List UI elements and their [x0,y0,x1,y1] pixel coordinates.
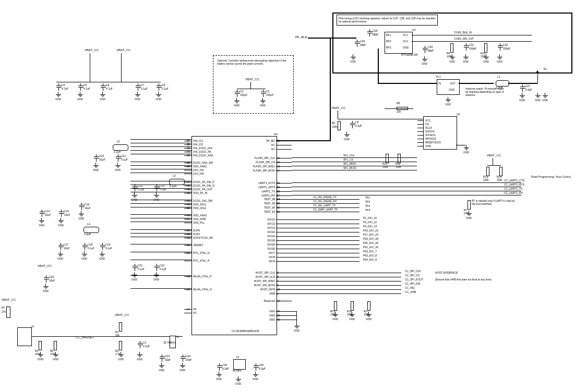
gnd-icon [58,251,63,255]
gnd-label: GND [159,369,164,372]
net-vbat: VBAT_CC [116,48,130,52]
note-antenna: Antenna match, Pi network might be requi… [465,87,507,96]
c10 [94,154,99,162]
net-vbat: VBAT_CC [487,154,501,157]
cap-val: 10µF [85,207,91,210]
gnd-label: GND [118,358,124,361]
c1 [138,341,143,348]
gnd-icon [100,92,105,96]
gnd-label: GND [535,99,541,102]
gnd-label: GND [53,358,58,361]
gnd-label: GND [445,103,451,106]
cap-ref: C3 [266,90,269,93]
r1 [119,322,122,332]
net-vbat: VBAT_CC [245,78,259,81]
gnd-label: GND [38,358,43,361]
gnd-label: GND [422,63,427,65]
r8-ref: R8 [397,102,400,105]
gnd-icon [294,323,300,327]
c24 [181,354,186,362]
cap-val: 10pF [186,359,191,361]
c17 [58,243,64,250]
c11 [116,154,121,162]
gnd-icon [463,54,469,58]
cap-ref: C19 [105,243,110,246]
r9 [450,43,453,53]
c27-ref: C27 [525,85,530,88]
c22 [154,264,160,271]
c27 [520,84,525,92]
c19 [100,243,105,250]
cap-val: 6.2pF [222,368,229,370]
y2 [233,359,246,370]
gnd-icon [39,218,44,222]
gnd-label: GND [253,378,258,381]
gnd-label: GND [153,278,159,281]
gnd-icon [260,98,266,102]
cap-val: 4.7µF [83,88,90,90]
c28 [367,29,373,36]
cap-val: 100pF [503,47,510,50]
gnd-label: GND [135,98,140,101]
y2-ref: Y2 [236,356,239,359]
cap-ref: C29 [360,40,365,43]
gnd-label: GND [519,99,525,102]
schematic-page: VBAT_CC VBAT_CC C44.7µFGNDC54.7µFGNDC64.… [0,0,587,392]
net-vbat: VBAT_CC [2,298,16,301]
gnd-label: GND [344,138,350,141]
gnd-label: GND [449,60,455,63]
cap-ref: C2 [240,90,243,93]
y1-ref: Y1 [176,336,179,338]
u3-gnd: GND [403,46,409,49]
gnd-icon [93,163,99,167]
u1-part: CC3130RNMRGKR [232,329,259,333]
gnd-icon [234,98,239,102]
r13-val: 100k [483,179,489,181]
fl1-ref: FL1 [436,76,441,78]
gnd-icon [58,218,64,222]
gnd-icon [350,312,355,316]
c5 [78,83,83,91]
gnd-icon [366,312,372,316]
c13 [154,184,160,191]
gnd-label: GND [463,60,469,63]
note-tuning: Fine tuning of DC blocking capacitor val… [337,15,438,26]
cap-ref: C31 [469,44,474,46]
gnd-label: GND [155,98,161,101]
fl1-gnd: GND [449,88,454,91]
net-vbat: VBAT_CC [85,48,99,52]
cap-val: 100µF [266,94,273,96]
cap-ref: C20 [49,276,54,278]
gnd-label: GND [81,258,87,260]
c18 [82,243,88,250]
gnd-icon [53,352,58,356]
gnd-icon [115,163,121,167]
cap-ref: C32 [503,44,508,46]
gnd-label: GND [58,224,64,227]
gnd-icon [100,251,105,255]
cap-val: 0.1µF [105,247,112,250]
gnd-icon [450,54,455,58]
r8-val: 10k [397,111,401,113]
gnd-label: GND [235,383,241,385]
c9-val: 2.2µF [355,125,362,127]
cap-val: 100µF [240,94,247,96]
host-title: HOST INTERFACE [435,272,458,274]
cap-val: 0.1µF [121,158,128,161]
net-vbat: VBAT_CC [331,106,345,109]
host-note: (Ensure that nHIB line does not float at… [435,278,493,281]
r7 [6,307,10,318]
cap-ref: C16 [85,203,89,206]
r7 [468,200,471,210]
gnd-icon [535,93,541,97]
u2-ref: U2 [457,113,460,116]
cap-ref: C28 [373,30,377,32]
c3 [261,90,266,97]
gnd-icon [82,251,87,255]
cap-ref: C8 [162,84,165,87]
gnd-icon [351,54,356,58]
gnd-icon [137,352,142,356]
cap-val: 4.7µF [62,88,68,90]
gnd-icon [484,54,489,58]
gnd-icon [43,284,49,288]
